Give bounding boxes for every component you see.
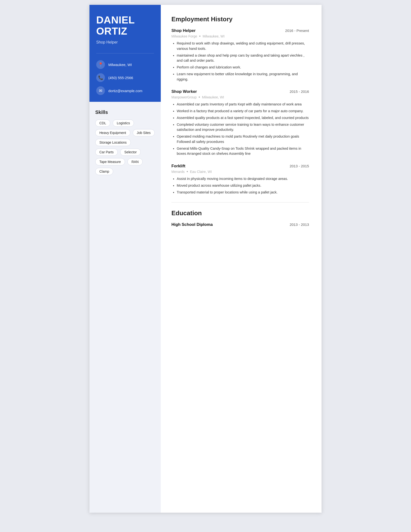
job-bullet: Operated molding machines to mold parts … [177, 134, 309, 145]
candidate-name: DANIEL ORTIZ [96, 15, 154, 37]
skill-tag: Storage Locations [95, 139, 131, 146]
education-block: High School Diploma2013 - 2013 [171, 222, 309, 227]
contact-section: 📍 Milwaukee, WI 📞 (450) 555-2566 ✉ dorti… [89, 53, 161, 102]
skill-tag: Clamp [95, 168, 113, 175]
skill-tag: Logistics [113, 119, 134, 127]
job-block: Shop Helper2016 - PresentMilwaukee Forge… [171, 28, 309, 82]
job-bullet: Worked in a factory that produced a vari… [177, 109, 309, 114]
email-icon: ✉ [96, 86, 105, 95]
job-bullet: Required to work with shop drawings, wel… [177, 41, 309, 51]
job-header: Shop Worker2015 - 2016 [171, 89, 309, 94]
job-location: Milwaukee, WI [202, 95, 224, 99]
job-company-line: Menards•Eau Claire, WI [171, 170, 309, 174]
job-dates: 2013 - 2015 [290, 164, 309, 168]
skill-tag: CDL [95, 119, 110, 127]
job-company-line: ManpowerGroup•Milwaukee, WI [171, 95, 309, 99]
skills-tags: CDLLogisticsHeavy EquipmentJob SitesStor… [95, 119, 155, 175]
skill-tag: Job Sites [133, 129, 155, 136]
employment-heading: Employment History [171, 16, 309, 23]
skill-tag: Tape Measure [95, 158, 125, 165]
job-location: Milwaukee, WI [203, 34, 224, 38]
job-block: Shop Worker2015 - 2016ManpowerGroup•Milw… [171, 89, 309, 156]
skill-tag: Car Parts [95, 149, 118, 156]
job-dates: 2016 - Present [285, 28, 309, 33]
contact-location: 📍 Milwaukee, WI [96, 60, 154, 69]
contact-email: ✉ dortiz@example.com [96, 86, 154, 95]
contact-phone: 📞 (450) 555-2566 [96, 73, 154, 82]
email-text: dortiz@example.com [108, 89, 142, 93]
edu-dates: 2013 - 2013 [290, 222, 309, 227]
skills-heading: Skills [95, 110, 155, 115]
job-bullet: Assembled quality products at a fast spe… [177, 115, 309, 121]
sidebar-header: DANIEL ORTIZ Shop Helper [89, 5, 161, 53]
job-bullet: General Mills-Quality Candy-Snap on Tool… [177, 146, 309, 157]
location-icon: 📍 [96, 60, 105, 69]
job-bullet: Perform oil changes and lubrication work… [177, 65, 309, 70]
job-bullets: Assist in physically moving incoming ite… [177, 176, 309, 195]
sidebar: DANIEL ORTIZ Shop Helper 📍 Milwaukee, WI… [89, 5, 161, 513]
main-content: Employment History Shop Helper2016 - Pre… [161, 5, 322, 513]
location-text: Milwaukee, WI [108, 63, 132, 67]
job-bullet: maintained a clean shop and help prep ca… [177, 53, 309, 64]
job-header: Forklift2013 - 2015 [171, 164, 309, 169]
job-bullet: Transported material to proper locations… [177, 190, 309, 195]
edu-title: High School Diploma [171, 222, 213, 227]
name-line1: DANIEL [96, 14, 135, 26]
job-title: Shop Helper [171, 28, 196, 33]
resume-container: DANIEL ORTIZ Shop Helper 📍 Milwaukee, WI… [89, 5, 322, 513]
job-header: Shop Helper2016 - Present [171, 28, 309, 33]
company-dot: • [199, 34, 201, 38]
skill-tag: RAN [127, 158, 143, 165]
job-company: ManpowerGroup [171, 95, 196, 99]
job-bullets: Assembled car parts Inventory of parts K… [177, 102, 309, 156]
candidate-title: Shop Helper [96, 40, 154, 45]
job-bullet: Completed voluntary customer service tra… [177, 122, 309, 133]
job-location: Eau Claire, WI [190, 170, 212, 174]
job-company: Milwaukee Forge [171, 34, 197, 38]
job-block: Forklift2013 - 2015Menards•Eau Claire, W… [171, 164, 309, 195]
job-bullet: Assist in physically moving incoming ite… [177, 176, 309, 182]
edu-header: High School Diploma2013 - 2013 [171, 222, 309, 227]
name-line2: ORTIZ [96, 25, 127, 37]
section-divider [171, 202, 309, 203]
skills-section: Skills CDLLogisticsHeavy EquipmentJob Si… [89, 102, 161, 513]
job-bullet: Learn new equipment to better utilize kn… [177, 72, 309, 82]
job-bullet: Assembled car parts Inventory of parts K… [177, 102, 309, 107]
phone-text: (450) 555-2566 [108, 76, 133, 80]
job-company-line: Milwaukee Forge•Milwaukee, WI [171, 34, 309, 38]
job-title: Shop Worker [171, 89, 197, 94]
company-dot: • [187, 170, 188, 174]
job-title: Forklift [171, 164, 186, 169]
phone-icon: 📞 [96, 73, 105, 82]
job-company: Menards [171, 170, 185, 174]
job-bullet: Moved product across warehouse utilizing… [177, 183, 309, 188]
job-bullets: Required to work with shop drawings, wel… [177, 41, 309, 82]
education-heading: Education [171, 209, 309, 217]
jobs-list: Shop Helper2016 - PresentMilwaukee Forge… [171, 28, 309, 195]
company-dot: • [198, 95, 200, 99]
education-list: High School Diploma2013 - 2013 [171, 222, 309, 227]
skill-tag: Heavy Equipment [95, 129, 130, 136]
skill-tag: Selector [120, 149, 141, 156]
job-dates: 2015 - 2016 [290, 89, 309, 94]
